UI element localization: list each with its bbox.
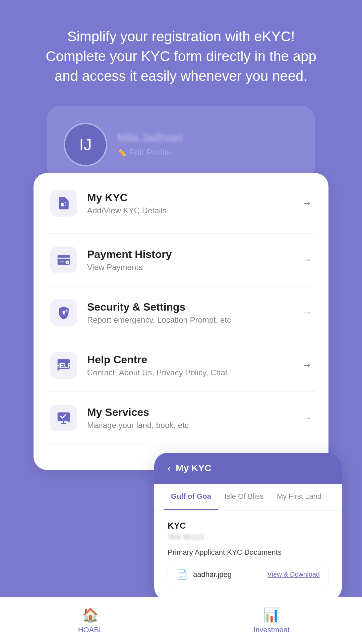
- edit-profile-label: Edit Profile: [129, 147, 171, 158]
- svg-text:HELP: HELP: [56, 362, 71, 369]
- edit-icon: ✏️: [117, 148, 126, 157]
- kyc-content-label: KYC: [168, 521, 328, 531]
- avatar-initials: IJ: [79, 136, 92, 154]
- tab-gulf-of-goa[interactable]: Gulf of Goa: [164, 484, 218, 510]
- profile-name: Milis Jadhvari: [117, 131, 182, 144]
- kyc-detail-title: My KYC: [176, 463, 211, 474]
- security-icon: [56, 305, 71, 320]
- security-icon-wrap: [50, 299, 77, 326]
- home-nav-icon: 🏠: [82, 607, 99, 623]
- tab-my-first-land[interactable]: My First Land: [270, 484, 328, 510]
- kyc-doc-left: 📄 aadhar.jpeg: [176, 569, 232, 580]
- header-tagline: Simplify your registration with eKYC! Co…: [0, 0, 362, 99]
- menu-item-payment[interactable]: Payment History View Payments →: [34, 234, 328, 286]
- menu-item-kyc[interactable]: My KYC Add/View KYC Details →: [34, 173, 328, 233]
- hoabl-nav-label: HOABL: [78, 626, 103, 634]
- payment-menu-title: Payment History: [87, 248, 292, 261]
- menu-item-services[interactable]: My Services Manage your land, book, etc …: [34, 392, 328, 444]
- payment-icon-wrap: [50, 247, 77, 273]
- help-icon-wrap: HELP: [50, 352, 77, 379]
- security-arrow-icon: →: [302, 307, 312, 318]
- menu-item-help[interactable]: HELP Help Centre Contact, About Us, Priv…: [34, 339, 328, 391]
- profile-card: IJ Milis Jadhvari ✏️ Edit Profile: [47, 106, 315, 180]
- services-menu-sub: Manage your land, book, etc: [87, 421, 292, 430]
- help-menu-title: Help Centre: [87, 354, 292, 366]
- help-arrow-icon: →: [302, 360, 312, 371]
- back-arrow-icon[interactable]: ‹: [168, 463, 171, 474]
- kyc-content: KYC Test 90123 Primary Applicant KYC Doc…: [154, 511, 342, 600]
- kyc-detail-card: ‹ My KYC Gulf of Goa Isle Of Bliss My Fi…: [154, 453, 342, 600]
- document-icon: 📄: [176, 569, 188, 580]
- investment-nav-label: Investment: [253, 626, 290, 634]
- services-menu-title: My Services: [87, 406, 292, 419]
- kyc-menu-sub: Add/View KYC Details: [87, 206, 292, 215]
- menu-item-security[interactable]: Security & Settings Report emergency, Lo…: [34, 286, 328, 339]
- kyc-icon-wrap: [50, 190, 77, 217]
- svg-point-3: [62, 311, 65, 313]
- kyc-menu-title: My KYC: [87, 192, 292, 204]
- kyc-tabs: Gulf of Goa Isle Of Bliss My First Land: [154, 484, 342, 511]
- payment-arrow-icon: →: [302, 255, 312, 265]
- services-arrow-icon: →: [302, 413, 312, 423]
- payment-menu-sub: View Payments: [87, 263, 292, 272]
- view-download-link[interactable]: View & Download: [267, 571, 320, 578]
- bottom-navigation: 🏠 HOABL 📊 Investment: [0, 597, 362, 644]
- tab-isle-of-bliss[interactable]: Isle Of Bliss: [218, 484, 270, 510]
- edit-profile-button[interactable]: ✏️ Edit Profile: [117, 147, 182, 158]
- kyc-detail-header: ‹ My KYC: [154, 453, 342, 484]
- security-menu-title: Security & Settings: [87, 301, 292, 313]
- security-menu-sub: Report emergency, Location Prompt, etc: [87, 315, 292, 325]
- avatar: IJ: [64, 123, 107, 166]
- kyc-document-row: 📄 aadhar.jpeg View & Download: [168, 562, 328, 587]
- kyc-section-title: Primary Applicant KYC Documents: [168, 548, 328, 557]
- doc-filename: aadhar.jpeg: [193, 570, 232, 579]
- payment-icon: [56, 253, 71, 267]
- kyc-arrow-icon: →: [302, 198, 312, 209]
- kyc-id: Test 90123: [168, 533, 328, 541]
- menu-card: My KYC Add/View KYC Details → Payment Hi…: [34, 173, 328, 470]
- services-icon-wrap: [50, 405, 77, 431]
- help-menu-sub: Contact, About Us, Privacy Policy, Chat: [87, 368, 292, 377]
- services-icon: [56, 411, 71, 425]
- nav-item-investment[interactable]: 📊 Investment: [181, 607, 362, 634]
- kyc-icon: [56, 196, 71, 211]
- investment-nav-icon: 📊: [263, 607, 280, 623]
- help-icon: HELP: [56, 358, 71, 373]
- nav-item-hoabl[interactable]: 🏠 HOABL: [0, 607, 181, 634]
